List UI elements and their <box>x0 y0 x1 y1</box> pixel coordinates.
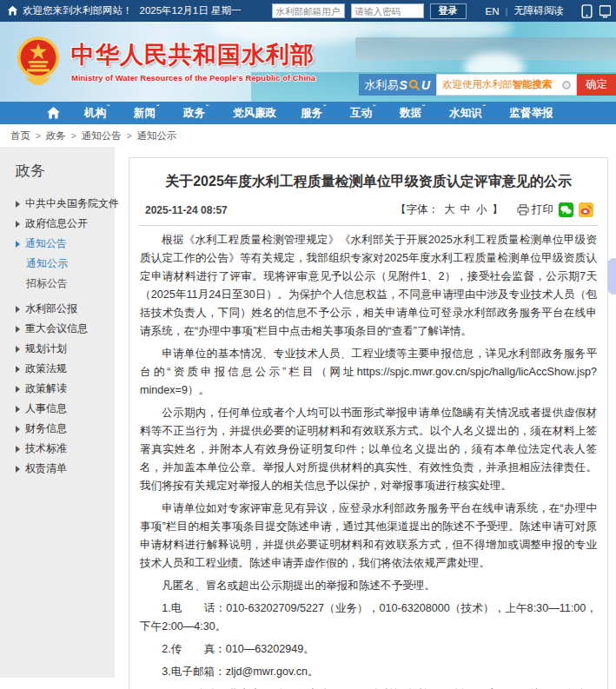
caret-down-icon <box>422 102 425 114</box>
paragraph: 申请单位的基本情况、专业技术人员、工程业绩等主要申报信息，详见水利部政务服务平台… <box>140 345 597 400</box>
arrow-right-icon <box>16 306 20 313</box>
sidebar-item-responsibility-list[interactable]: 权责清单 <box>16 459 115 479</box>
contact-email: 3.电子邮箱：zljd@mwr.gov.cn。 <box>140 663 597 681</box>
sidebar-item-notices[interactable]: 通知公告 <box>16 234 115 254</box>
content-area: 政务 中共中央国务院文件 政府信息公开 通知公告 通知公示 招标公告 水利部公报… <box>0 147 616 689</box>
font-size-small[interactable]: 小 <box>476 202 487 217</box>
caret-down-icon <box>323 102 326 114</box>
search-brand-text: 水利易 <box>365 77 399 93</box>
nav-item-interaction[interactable]: 互动 <box>338 102 387 124</box>
weibo-share-icon[interactable] <box>579 202 593 217</box>
site-name-english: Ministry of Water Resources of the Peopl… <box>71 73 315 83</box>
mobile-icon[interactable] <box>581 4 593 18</box>
wechat-share-icon[interactable] <box>559 202 573 217</box>
sidebar-item-central-docs[interactable]: 中共中央国务院文件 <box>16 194 115 214</box>
current-date: 2025年12月1日 星期一 <box>140 4 242 17</box>
font-size-label-close: 】 <box>493 202 504 217</box>
contact-fax: 2.传 真：010—63202949。 <box>140 640 597 659</box>
sidebar-item-planning[interactable]: 规划计划 <box>16 339 115 359</box>
nav-item-news[interactable]: 新闻 <box>122 102 171 124</box>
sidebar-item-personnel[interactable]: 人事信息 <box>16 399 115 419</box>
article-meta: 2025-11-24 08:57 【字体： 大 中 小 】 打印 <box>145 202 593 217</box>
nav-item-data[interactable]: 数据 <box>387 102 437 124</box>
arrow-right-icon <box>16 326 20 333</box>
print-label: 打印 <box>532 202 553 217</box>
breadcrumb-gov[interactable]: 政务 <box>46 129 66 142</box>
national-emblem-icon <box>14 35 63 87</box>
login-button[interactable]: 登录 <box>430 3 467 19</box>
breadcrumb-separator: > <box>71 131 76 141</box>
nav-home[interactable] <box>35 107 72 119</box>
nav-item-water-knowledge[interactable]: 水知识 <box>437 102 498 124</box>
header-banner: 中华人民共和国水利部 Ministry of Water Resources o… <box>0 22 616 102</box>
sidebar-item-policies-regs[interactable]: 政策法规 <box>16 359 115 379</box>
nav-item-gov-affairs[interactable]: 政务 <box>171 102 221 124</box>
caret-down-icon <box>483 102 486 114</box>
page-title: 关于2025年度水利工程质量检测单位甲级资质认定评审意见的公示 <box>161 172 576 191</box>
sidebar-item-major-meetings[interactable]: 重大会议信息 <box>16 319 115 339</box>
article-panel: 关于2025年度水利工程质量检测单位甲级资质认定评审意见的公示 2025-11-… <box>129 157 608 689</box>
sidebar-item-bulletin[interactable]: 水利部公报 <box>16 299 115 319</box>
nav-item-report[interactable]: 监督举报 <box>498 102 566 124</box>
nav-item-orgs[interactable]: 机构 <box>72 102 122 124</box>
search-confirm-button[interactable]: 确定 <box>577 74 616 96</box>
home-icon <box>47 107 60 119</box>
mailbox-username-input[interactable] <box>272 3 345 18</box>
arrow-right-icon <box>16 201 20 208</box>
nav-item-services[interactable]: 服务 <box>288 102 338 124</box>
language-toggle-en[interactable]: EN <box>486 6 500 17</box>
sidebar-title: 政务 <box>16 161 115 181</box>
search-bar: 水利易SU 欢迎使用水利部智能搜索 确定 <box>359 74 616 96</box>
password-input[interactable] <box>351 3 424 18</box>
arrow-right-icon <box>16 446 20 453</box>
caret-down-icon <box>373 102 375 114</box>
breadcrumb-home[interactable]: 首页 <box>10 129 30 142</box>
topbar-separator: | <box>506 6 508 17</box>
tablet-icon[interactable] <box>599 4 611 18</box>
caret-down-icon <box>156 102 159 114</box>
arrow-right-icon <box>16 426 20 433</box>
site-name: 中华人民共和国水利部 <box>71 39 315 70</box>
printer-icon <box>517 204 529 215</box>
sidebar: 政务 中共中央国务院文件 政府信息公开 通知公告 通知公示 招标公告 水利部公报… <box>0 147 115 678</box>
sidebar-item-finance[interactable]: 财务信息 <box>16 419 115 439</box>
accessibility-link[interactable]: 无障碍阅读 <box>514 4 565 17</box>
breadcrumb: 首页 > 政务 > 通知公告 > 通知公示 <box>0 124 616 147</box>
font-size-medium[interactable]: 中 <box>460 202 472 217</box>
search-brand: 水利易SU <box>359 74 436 96</box>
font-size-large[interactable]: 大 <box>444 202 455 217</box>
breadcrumb-current[interactable]: 通知公示 <box>137 129 177 142</box>
caret-down-icon <box>206 102 209 114</box>
title-divider <box>138 225 599 226</box>
paragraph: 根据《水利工程质量检测管理规定》《水利部关于开展2025水利工程质量检测单位甲级… <box>140 231 597 341</box>
paragraph: 公示期内，任何单位或者个人均可以书面形式举报申请单位隐瞒有关情况或者提供虚假材料… <box>140 404 597 495</box>
sidebar-item-public-notices[interactable]: 通知公示 <box>16 254 115 274</box>
nav-item-party-conduct[interactable]: 党风廉政 <box>221 102 288 124</box>
voice-search-icon[interactable] <box>562 81 571 89</box>
arrow-right-icon <box>16 366 20 373</box>
arrow-right-icon <box>16 406 20 413</box>
scrollbar-thumb[interactable] <box>607 258 616 295</box>
arrow-right-icon <box>16 466 20 473</box>
arrow-right-icon <box>16 241 20 248</box>
search-brand-s: S <box>400 78 407 92</box>
arrow-right-icon <box>16 386 20 393</box>
contact-address: 4.通讯地址：北京市西城区白广路二条2号水利部水利工程建设司质量管理处（邮政编码… <box>140 686 597 689</box>
search-brand-u: U <box>421 78 430 92</box>
print-button[interactable]: 打印 <box>517 202 553 217</box>
sidebar-item-info-disclosure[interactable]: 政府信息公开 <box>16 214 115 234</box>
paragraph: 申请单位如对专家评审意见有异议，应登录水利部政务服务平台在线申请系统，在“办理中… <box>140 500 597 573</box>
magnifier-icon <box>408 79 421 91</box>
sidebar-item-policy-interpretation[interactable]: 政策解读 <box>16 379 115 399</box>
breadcrumb-notices[interactable]: 通知公告 <box>82 129 122 142</box>
sidebar-item-tender-notices[interactable]: 招标公告 <box>16 274 115 294</box>
contact-phone: 1.电 话：010-63202709/5227（业务），010-63208000… <box>140 600 597 636</box>
breadcrumb-separator: > <box>36 131 41 141</box>
page: 欢迎您来到水利部网站！ 2025年12月1日 星期一 登录 EN | 无障碍阅读… <box>0 0 616 689</box>
sidebar-item-tech-standards[interactable]: 技术标准 <box>16 439 115 459</box>
site-title-block: 中华人民共和国水利部 Ministry of Water Resources o… <box>71 39 315 83</box>
search-placeholder-highlight: 智能搜索 <box>513 78 553 91</box>
main-nav: 机构 新闻 政务 党风廉政 服务 互动 数据 水知识 监督举报 <box>0 102 616 124</box>
search-input[interactable]: 欢迎使用水利部智能搜索 <box>436 74 577 96</box>
font-size-label: 【字体： <box>395 202 439 217</box>
